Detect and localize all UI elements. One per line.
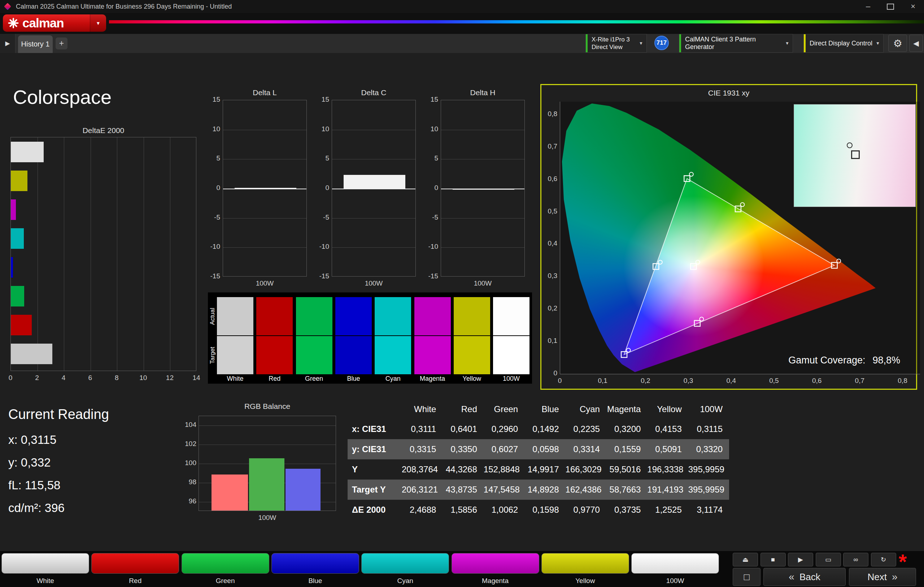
eject-button[interactable]: ⏏ (733, 553, 758, 566)
axis-tick-label: 0,6 (812, 377, 822, 385)
pattern-window-icon: ▭ (825, 556, 831, 564)
inset-actual-marker (847, 142, 853, 148)
current-reading-title: Current Reading (8, 407, 109, 422)
gridline (441, 247, 525, 248)
transport-cluster: ⏏■▶▭∞↻ * □ « Back Next » (733, 551, 924, 587)
axis-tick-label: 10 (139, 374, 147, 382)
x-axis-label: 100W (223, 280, 307, 288)
pattern-window-button[interactable]: ▭ (816, 553, 841, 566)
gridline (223, 247, 307, 248)
pattern-button-cyan[interactable] (361, 553, 449, 574)
axis-tick-label: 100 (180, 459, 196, 467)
gridline (441, 159, 525, 159)
pattern-generator-label: CalMAN Client 3 Pattern Generator (685, 36, 785, 51)
table-cell: 2,4688 (402, 505, 442, 515)
bottom-bar: WhiteRedGreenBlueCyanMagentaYellow100W ⏏… (0, 551, 924, 587)
table-cell: 1,2525 (647, 505, 688, 515)
calman-menu-caret[interactable]: ▼ (90, 15, 106, 32)
pattern-window-button[interactable]: □ (733, 568, 761, 586)
table-cell: 0,6027 (483, 444, 525, 454)
play-button[interactable]: ▶ (788, 553, 813, 566)
collapse-panel-button[interactable]: ◀ (909, 35, 923, 52)
axis-tick-label: 0,1 (598, 377, 607, 385)
repeat-button[interactable]: ↻ (871, 553, 896, 566)
titlebar: Calman 2025 Calman Ultimate for Business… (0, 0, 924, 13)
stop-button[interactable]: ■ (761, 553, 786, 566)
settings-button[interactable]: ⚙ (888, 35, 907, 52)
current-reading: Current Reading x: 0,3115 y: 0,332 fL: 1… (8, 407, 109, 524)
table-cell: 395,9959 (688, 485, 729, 495)
minimize-button[interactable]: – (866, 3, 870, 10)
calman-menu-button[interactable]: calman ▼ (3, 15, 106, 32)
reading-value: 0,3115 (21, 433, 56, 446)
arrow-right-icon: ▶ (5, 39, 10, 47)
deltae-bar-magenta (11, 199, 16, 220)
row-label: Y (348, 464, 402, 475)
swatch-actual-white (217, 297, 253, 335)
axis-tick-label: 0 (424, 184, 438, 192)
close-button[interactable]: × (911, 3, 915, 10)
table-cell: 0,4153 (647, 424, 688, 434)
pattern-window-icon: □ (744, 572, 750, 583)
axis-tick-label: 0,3 (684, 377, 693, 385)
page-title: Colorspace (13, 86, 112, 108)
table-cell: 0,2235 (566, 424, 606, 434)
table-cell: 0,3314 (566, 444, 606, 454)
workflow-expand-button[interactable]: ▶ (0, 34, 15, 53)
back-button[interactable]: « Back (763, 568, 846, 586)
table-cell: 191,4193 (647, 485, 688, 495)
pattern-button-white[interactable] (2, 553, 89, 574)
swatch-target-blue (335, 336, 372, 374)
table-cell: 0,3735 (606, 505, 647, 515)
axis-tick-label: 0 (315, 184, 329, 192)
axis-tick-label: 0 (206, 184, 220, 192)
gear-icon: ⚙ (893, 38, 902, 49)
pattern-button-red[interactable] (91, 553, 179, 574)
pattern-button-100w[interactable] (631, 553, 719, 574)
axis-tick-label: -5 (206, 214, 220, 221)
pattern-button-yellow[interactable] (541, 553, 629, 574)
rgb-plot-area (198, 416, 336, 511)
row-label: ΔE 2000 (348, 505, 402, 515)
gridline (38, 137, 38, 371)
gridline (117, 137, 117, 371)
table-cell: 1,5856 (442, 505, 483, 515)
swatch-target-red (256, 336, 293, 374)
plus-icon: + (59, 39, 64, 48)
axis-tick-label: 0,2 (641, 377, 650, 385)
tab-history-1[interactable]: History 1 (18, 35, 53, 53)
pattern-button-blue[interactable] (271, 553, 359, 574)
eject-icon: ⏏ (742, 556, 748, 564)
axis-tick-label: 0,6 (541, 175, 557, 183)
table-cell: 0,3200 (606, 424, 647, 434)
table-row: x: CIE310,31110,64010,29600,14920,22350,… (348, 419, 729, 439)
axis-tick-label: 6 (88, 374, 92, 382)
delta-l-plot-area (223, 100, 307, 276)
display-control-dropdown[interactable]: Direct Display Control ▼ (804, 34, 884, 53)
column-header: White (402, 404, 442, 414)
axis-tick-label: -10 (315, 243, 329, 251)
gridline (64, 137, 64, 371)
gamut-coverage-label: Gamut Coverage: (788, 355, 865, 366)
stop-icon: ■ (771, 556, 775, 564)
add-tab-button[interactable]: + (56, 38, 68, 49)
axis-tick-label: 15 (424, 95, 438, 104)
delta-bar (453, 189, 514, 190)
gridline (332, 218, 416, 219)
meter-name: X-Rite i1Pro 3 (592, 36, 630, 43)
table-cell: 0,0598 (525, 444, 565, 454)
column-header: Blue (525, 404, 565, 414)
axis-tick-label: 0,2 (541, 304, 557, 312)
cie-point-dot-magenta (700, 317, 703, 321)
next-button[interactable]: Next » (849, 568, 916, 586)
column-header: Magenta (606, 404, 647, 414)
pattern-button-green[interactable] (182, 553, 269, 574)
axis-tick-label: 104 (180, 421, 196, 429)
meter-dropdown[interactable]: X-Rite i1Pro 3 Direct View ▼ (586, 34, 647, 53)
row-label: x: CIE31 (348, 424, 402, 434)
maximize-button[interactable] (887, 3, 894, 10)
pattern-generator-dropdown[interactable]: CalMAN Client 3 Pattern Generator ▼ (679, 34, 793, 53)
reading-label: cd/m²: (8, 501, 41, 515)
pattern-button-magenta[interactable] (452, 553, 539, 574)
continuous-button[interactable]: ∞ (843, 553, 868, 566)
